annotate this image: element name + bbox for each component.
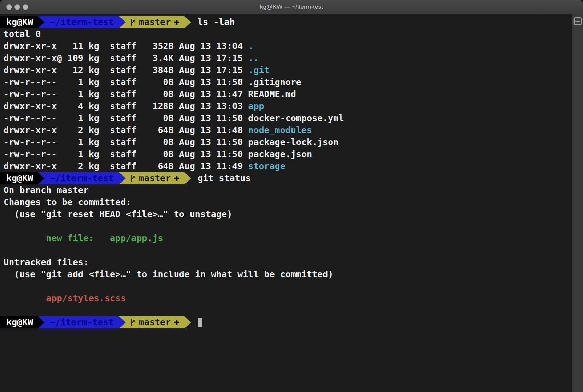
directory-name: ..	[248, 53, 259, 63]
prompt-directory-segment: ~/iterm-test	[45, 316, 119, 328]
terminal-line: (use "git reset HEAD <file>…" to unstage…	[0, 208, 572, 220]
window-title: kg@KW — ~/iterm-test	[260, 4, 323, 11]
terminal-line: total 0	[0, 28, 572, 40]
prompt-directory-segment: ~/iterm-test	[45, 172, 119, 184]
terminal-line: (use "git add <file>…" to include in wha…	[0, 268, 572, 280]
prompt-line: kg@KW~/iterm-testmastergit status	[0, 172, 572, 184]
output-text: -rw-r--r-- 1 kg staff 0B Aug 13 11:47 RE…	[4, 89, 296, 99]
zoom-button[interactable]	[23, 4, 28, 10]
command-text: ls -lah	[198, 16, 235, 28]
directory-name: storage	[248, 161, 285, 171]
powerline-separator-icon	[119, 16, 126, 28]
terminal-line: Untracked files:	[0, 256, 572, 268]
prompt-line: kg@KW~/iterm-testmaster	[0, 316, 572, 328]
scroll-widget-icon[interactable]	[573, 17, 582, 25]
git-branch-icon	[130, 319, 136, 326]
output-text: (use "git reset HEAD <file>…" to unstage…	[4, 209, 232, 219]
directory-name: .	[248, 41, 253, 51]
terminal-line	[0, 280, 572, 292]
untracked-file-text: app/styles.scss	[4, 293, 126, 303]
prompt-git-segment: master	[126, 16, 184, 28]
terminal-line: On branch master	[0, 184, 572, 196]
staged-file-text: new file: app/app.js	[4, 233, 163, 243]
output-text: drwxr-xr-x 4 kg staff 128B Aug 13 13:03	[4, 101, 248, 111]
terminal-line	[0, 244, 572, 256]
terminal-line: -rw-r--r-- 1 kg staff 0B Aug 13 11:47 RE…	[0, 88, 572, 100]
minimize-button[interactable]	[14, 4, 20, 10]
terminal-line: drwxr-xr-x@ 109 kg staff 3.4K Aug 13 17:…	[0, 52, 572, 64]
output-text: Untracked files:	[4, 257, 89, 267]
traffic-lights	[6, 0, 28, 14]
directory-name: .git	[248, 65, 269, 75]
plus-icon	[174, 176, 179, 181]
git-branch-icon	[130, 175, 136, 182]
prompt-directory-segment: ~/iterm-test	[45, 16, 119, 28]
powerline-separator-icon	[184, 316, 191, 328]
prompt-line: kg@KW~/iterm-testmasterls -lah	[0, 16, 572, 28]
prompt-git-segment: master	[126, 316, 184, 328]
output-text: drwxr-xr-x 2 kg staff 64B Aug 13 11:48	[4, 125, 248, 135]
plus-icon	[174, 19, 179, 25]
terminal-line: drwxr-xr-x 2 kg staff 64B Aug 13 11:48 n…	[0, 124, 572, 136]
powerline-separator-icon	[38, 16, 45, 28]
output-text: Changes to be committed:	[4, 197, 131, 207]
output-text: drwxr-xr-x 11 kg staff 352B Aug 13 13:04	[4, 41, 248, 51]
powerline-separator-icon	[119, 172, 126, 184]
close-button[interactable]	[6, 4, 12, 10]
titlebar[interactable]: kg@KW — ~/iterm-test	[0, 0, 583, 14]
terminal-line: -rw-r--r-- 1 kg staff 0B Aug 13 11:50 pa…	[0, 136, 572, 148]
directory-name: node_modules	[248, 125, 312, 135]
prompt-user-segment: kg@KW	[0, 172, 38, 184]
output-text: drwxr-xr-x 12 kg staff 384B Aug 13 17:15	[4, 65, 248, 75]
terminal-line: Changes to be committed:	[0, 196, 572, 208]
terminal-line: drwxr-xr-x 11 kg staff 352B Aug 13 13:04…	[0, 40, 572, 52]
terminal-line: drwxr-xr-x 4 kg staff 128B Aug 13 13:03 …	[0, 100, 572, 112]
powerline-separator-icon	[38, 172, 45, 184]
output-text: -rw-r--r-- 1 kg staff 0B Aug 13 11:50 pa…	[4, 149, 312, 159]
output-text: drwxr-xr-x 2 kg staff 64B Aug 13 11:49	[4, 161, 248, 171]
git-branch-name: master	[139, 16, 171, 28]
terminal-line: app/styles.scss	[0, 292, 572, 304]
scrollbar-track[interactable]	[572, 14, 583, 392]
terminal-output: kg@KW~/iterm-testmasterls -lahtotal 0drw…	[4, 16, 572, 328]
command-text: git status	[198, 172, 251, 184]
directory-name: app	[248, 101, 264, 111]
output-text: -rw-r--r-- 1 kg staff 0B Aug 13 11:50 pa…	[4, 137, 338, 147]
output-text: -rw-r--r-- 1 kg staff 0B Aug 13 11:50 .g…	[4, 77, 301, 87]
terminal-line: new file: app/app.js	[0, 232, 572, 244]
output-text: On branch master	[4, 185, 89, 195]
terminal-line	[0, 304, 572, 316]
terminal-line: -rw-r--r-- 1 kg staff 0B Aug 13 11:50 pa…	[0, 148, 572, 160]
terminal-line: drwxr-xr-x 12 kg staff 384B Aug 13 17:15…	[0, 64, 572, 76]
terminal-cursor	[198, 318, 202, 327]
terminal-line: drwxr-xr-x 2 kg staff 64B Aug 13 11:49 s…	[0, 160, 572, 172]
powerline-separator-icon	[38, 316, 45, 328]
git-branch-name: master	[139, 172, 171, 184]
terminal-line	[0, 220, 572, 232]
output-text: drwxr-xr-x@ 109 kg staff 3.4K Aug 13 17:…	[4, 53, 248, 63]
terminal-window: kg@KW — ~/iterm-test kg@KW~/iterm-testma…	[0, 0, 583, 392]
prompt-git-segment: master	[126, 172, 184, 184]
powerline-separator-icon	[184, 172, 191, 184]
output-text: (use "git add <file>…" to include in wha…	[4, 269, 333, 279]
output-text: -rw-r--r-- 1 kg staff 0B Aug 13 11:50 do…	[4, 113, 344, 123]
powerline-separator-icon	[119, 316, 126, 328]
output-text: total 0	[4, 29, 41, 39]
powerline-separator-icon	[184, 16, 191, 28]
terminal-screen[interactable]: kg@KW~/iterm-testmasterls -lahtotal 0drw…	[0, 14, 572, 392]
plus-icon	[174, 320, 179, 325]
prompt-user-segment: kg@KW	[0, 16, 38, 28]
terminal-line: -rw-r--r-- 1 kg staff 0B Aug 13 11:50 do…	[0, 112, 572, 124]
git-branch-icon	[130, 19, 136, 26]
git-branch-name: master	[139, 316, 171, 328]
terminal-line: -rw-r--r-- 1 kg staff 0B Aug 13 11:50 .g…	[0, 76, 572, 88]
prompt-user-segment: kg@KW	[0, 316, 38, 328]
